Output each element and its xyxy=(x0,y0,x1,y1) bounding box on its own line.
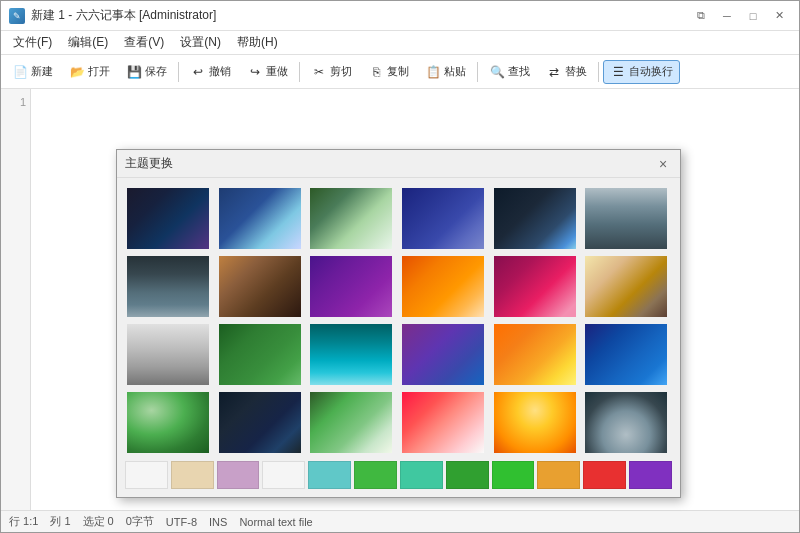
paste-button[interactable]: 📋 粘贴 xyxy=(418,60,473,84)
editor-area: 1 主题更换 × xyxy=(1,89,799,510)
open-icon: 📂 xyxy=(69,64,85,80)
cut-icon: ✂ xyxy=(311,64,327,80)
theme-cell-9[interactable] xyxy=(308,254,394,319)
open-button[interactable]: 📂 打开 xyxy=(62,60,117,84)
status-row: 行 1:1 xyxy=(9,514,38,529)
status-chars: 0字节 xyxy=(126,514,154,529)
dialog-overlay: 主题更换 × xyxy=(1,89,799,510)
color-swatch-8[interactable] xyxy=(492,461,535,489)
theme-cell-13[interactable] xyxy=(125,322,211,387)
theme-cell-23[interactable] xyxy=(492,390,578,455)
theme-cell-22[interactable] xyxy=(400,390,486,455)
redo-button[interactable]: ↪ 重做 xyxy=(240,60,295,84)
replace-button[interactable]: ⇄ 替换 xyxy=(539,60,594,84)
color-swatch-7[interactable] xyxy=(446,461,489,489)
theme-cell-19[interactable] xyxy=(125,390,211,455)
theme-dialog: 主题更换 × xyxy=(116,149,681,498)
save-icon: 💾 xyxy=(126,64,142,80)
theme-grid xyxy=(125,186,672,455)
menu-bar: 文件(F) 编辑(E) 查看(V) 设置(N) 帮助(H) xyxy=(1,31,799,55)
theme-cell-10[interactable] xyxy=(400,254,486,319)
menu-help[interactable]: 帮助(H) xyxy=(229,32,286,53)
theme-cell-24[interactable] xyxy=(583,390,669,455)
title-bar-left: ✎ 新建 1 - 六六记事本 [Administrator] xyxy=(9,7,216,24)
theme-cell-14[interactable] xyxy=(217,322,303,387)
color-swatch-3[interactable] xyxy=(262,461,305,489)
cut-button[interactable]: ✂ 剪切 xyxy=(304,60,359,84)
find-icon: 🔍 xyxy=(489,64,505,80)
status-file-type: Normal text file xyxy=(239,516,312,528)
maximize-button[interactable]: □ xyxy=(741,6,765,26)
app-icon: ✎ xyxy=(9,8,25,24)
theme-cell-6[interactable] xyxy=(583,186,669,251)
theme-cell-15[interactable] xyxy=(308,322,394,387)
undo-icon: ↩ xyxy=(190,64,206,80)
close-button[interactable]: ✕ xyxy=(767,6,791,26)
color-swatch-4[interactable] xyxy=(308,461,351,489)
theme-cell-7[interactable] xyxy=(125,254,211,319)
undo-button[interactable]: ↩ 撤销 xyxy=(183,60,238,84)
copy-icon: ⎘ xyxy=(368,64,384,80)
restore-button[interactable]: ⧉ xyxy=(689,6,713,26)
theme-cell-17[interactable] xyxy=(492,322,578,387)
status-bar: 行 1:1 列 1 选定 0 0字节 UTF-8 INS Normal text… xyxy=(1,510,799,532)
copy-button[interactable]: ⎘ 复制 xyxy=(361,60,416,84)
save-button[interactable]: 💾 保存 xyxy=(119,60,174,84)
theme-cell-20[interactable] xyxy=(217,390,303,455)
status-encoding: UTF-8 xyxy=(166,516,197,528)
menu-settings[interactable]: 设置(N) xyxy=(172,32,229,53)
theme-cell-4[interactable] xyxy=(400,186,486,251)
theme-cell-2[interactable] xyxy=(217,186,303,251)
main-window: ✎ 新建 1 - 六六记事本 [Administrator] ⧉ ─ □ ✕ 文… xyxy=(0,0,800,533)
new-button[interactable]: 📄 新建 xyxy=(5,60,60,84)
autowrap-button[interactable]: ☰ 自动换行 xyxy=(603,60,680,84)
theme-cell-12[interactable] xyxy=(583,254,669,319)
theme-cell-3[interactable] xyxy=(308,186,394,251)
find-button[interactable]: 🔍 查找 xyxy=(482,60,537,84)
replace-icon: ⇄ xyxy=(546,64,562,80)
color-swatch-0[interactable] xyxy=(125,461,168,489)
theme-cell-8[interactable] xyxy=(217,254,303,319)
dialog-close-button[interactable]: × xyxy=(654,155,672,173)
minimize-button[interactable]: ─ xyxy=(715,6,739,26)
color-swatch-5[interactable] xyxy=(354,461,397,489)
menu-edit[interactable]: 编辑(E) xyxy=(60,32,116,53)
color-swatch-11[interactable] xyxy=(629,461,672,489)
color-swatch-2[interactable] xyxy=(217,461,260,489)
title-bar: ✎ 新建 1 - 六六记事本 [Administrator] ⧉ ─ □ ✕ xyxy=(1,1,799,31)
dialog-title: 主题更换 xyxy=(125,155,173,172)
theme-cell-18[interactable] xyxy=(583,322,669,387)
theme-cell-11[interactable] xyxy=(492,254,578,319)
color-swatch-1[interactable] xyxy=(171,461,214,489)
title-bar-controls: ⧉ ─ □ ✕ xyxy=(689,6,791,26)
toolbar: 📄 新建 📂 打开 💾 保存 ↩ 撤销 ↪ 重做 ✂ 剪切 ⎘ 复制 xyxy=(1,55,799,89)
toolbar-separator-3 xyxy=(477,62,478,82)
color-swatch-6[interactable] xyxy=(400,461,443,489)
redo-icon: ↪ xyxy=(247,64,263,80)
theme-cell-5[interactable] xyxy=(492,186,578,251)
toolbar-separator-2 xyxy=(299,62,300,82)
paste-icon: 📋 xyxy=(425,64,441,80)
status-mode: INS xyxy=(209,516,227,528)
toolbar-separator-4 xyxy=(598,62,599,82)
menu-view[interactable]: 查看(V) xyxy=(116,32,172,53)
color-swatch-9[interactable] xyxy=(537,461,580,489)
theme-cell-16[interactable] xyxy=(400,322,486,387)
theme-cell-1[interactable] xyxy=(125,186,211,251)
color-swatches xyxy=(125,461,672,489)
dialog-title-bar: 主题更换 × xyxy=(117,150,680,178)
theme-cell-21[interactable] xyxy=(308,390,394,455)
menu-file[interactable]: 文件(F) xyxy=(5,32,60,53)
autowrap-icon: ☰ xyxy=(610,64,626,80)
status-selection: 选定 0 xyxy=(83,514,114,529)
toolbar-separator-1 xyxy=(178,62,179,82)
status-col: 列 1 xyxy=(50,514,70,529)
new-icon: 📄 xyxy=(12,64,28,80)
window-title: 新建 1 - 六六记事本 [Administrator] xyxy=(31,7,216,24)
dialog-content xyxy=(117,178,680,497)
color-swatch-10[interactable] xyxy=(583,461,626,489)
